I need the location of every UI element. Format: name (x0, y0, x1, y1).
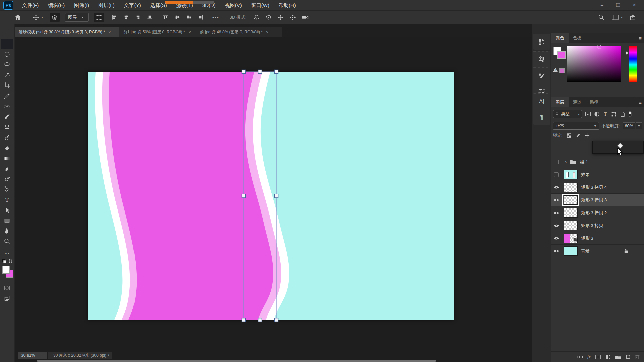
panel-menu-icon[interactable]: ≡ (639, 100, 642, 105)
tab-layers[interactable]: 图层 (551, 97, 569, 107)
minimize-icon[interactable]: – (598, 2, 606, 8)
3d-slide-icon[interactable] (289, 14, 296, 21)
align-top-edges-icon[interactable] (163, 14, 168, 20)
handle-top-left[interactable] (242, 70, 246, 74)
align-bottom-edges-icon[interactable] (186, 14, 192, 20)
rectangle-tool[interactable] (1, 216, 13, 226)
3d-roll-icon[interactable] (265, 14, 272, 21)
adjustment-layer-icon[interactable] (605, 354, 611, 360)
crop-tool[interactable] (1, 80, 13, 90)
add-mask-icon[interactable] (595, 355, 601, 359)
visibility-toggle[interactable] (551, 156, 561, 168)
new-group-icon[interactable] (615, 355, 621, 359)
visibility-toggle[interactable] (551, 245, 561, 257)
align-left-edges-icon[interactable] (112, 14, 117, 20)
path-selection-tool[interactable] (1, 205, 13, 215)
type-tool[interactable]: T (1, 195, 13, 205)
layer-thumbnail-transparent[interactable] (564, 221, 578, 230)
elliptical-marquee-tool[interactable] (1, 49, 13, 59)
visibility-checkbox-empty[interactable] (554, 172, 559, 177)
document-info[interactable]: 30 厘米 x 20.32厘米 (300 ppi) (48, 352, 112, 359)
layer-thumbnail-shape[interactable] (564, 234, 578, 243)
edit-toolbar-button[interactable]: ••• (1, 248, 13, 258)
layer-row-effect[interactable]: 效果 (551, 168, 644, 181)
menu-view[interactable]: 视图(V) (220, 0, 247, 11)
menu-edit[interactable]: 编辑(E) (43, 0, 69, 11)
default-colors-icon[interactable] (2, 259, 6, 263)
tab-swatches[interactable]: 色板 (569, 33, 586, 43)
menu-type[interactable]: 文字(Y) (119, 0, 146, 11)
3d-camera-icon[interactable] (302, 14, 310, 20)
filter-type-layers-icon[interactable]: T (603, 111, 608, 117)
auto-select-target-dropdown[interactable]: 图层▾ (65, 13, 89, 22)
layer-name[interactable]: 矩形 3 拷贝 3 (581, 197, 607, 203)
visibility-toggle[interactable] (551, 194, 561, 206)
handle-top-center[interactable] (258, 70, 262, 74)
close-icon[interactable]: ✕ (631, 2, 638, 8)
3d-pan-icon[interactable] (277, 14, 284, 21)
home-button[interactable] (14, 14, 21, 21)
layer-row-rect3-copy[interactable]: 矩形 3 拷贝 (551, 219, 644, 232)
menu-help[interactable]: 帮助(H) (274, 0, 301, 11)
color-background-swatch[interactable] (557, 51, 566, 59)
gamut-warning-icon[interactable] (553, 68, 558, 72)
quick-selection-tool[interactable] (1, 70, 13, 80)
move-tool-option-icon[interactable]: ▾ (33, 14, 43, 21)
brush-settings-panel-icon[interactable] (533, 68, 550, 83)
eraser-tool[interactable] (1, 143, 13, 153)
layer-filter-search[interactable]: 类型 ▾ (553, 110, 582, 118)
layer-thumbnail-transparent[interactable] (564, 208, 578, 218)
share-icon[interactable] (629, 14, 636, 21)
align-right-edges-icon[interactable] (135, 14, 141, 20)
document-canvas[interactable] (88, 72, 454, 320)
lock-position-icon[interactable] (585, 133, 590, 138)
burn-tool[interactable] (1, 174, 13, 184)
handle-top-right[interactable] (275, 70, 278, 74)
opacity-value[interactable]: 60% (623, 122, 635, 129)
3d-orbit-icon[interactable] (253, 14, 260, 21)
handle-middle-right[interactable] (275, 194, 278, 198)
layer-name[interactable]: 矩形 3 (581, 235, 593, 241)
zoom-level-field[interactable]: 30.81% (18, 352, 47, 359)
handle-bottom-right[interactable] (275, 318, 278, 322)
3d-panel-icon[interactable] (533, 52, 550, 67)
layer-thumbnail-transparent[interactable] (564, 195, 578, 205)
tab-paths[interactable]: 路径 (586, 97, 603, 107)
hand-tool[interactable] (1, 226, 13, 236)
visibility-toggle[interactable] (551, 219, 561, 232)
layer-row-background[interactable]: 背景 (551, 245, 644, 257)
tab-channels[interactable]: 通道 (569, 97, 586, 107)
gamut-color-chip[interactable] (559, 68, 565, 73)
layer-style-fx-icon[interactable]: fx (587, 354, 591, 360)
history-panel-icon[interactable] (533, 34, 550, 50)
filter-toggle[interactable] (628, 111, 632, 117)
paragraph-panel-icon[interactable]: ¶ (533, 109, 550, 125)
restore-icon[interactable]: ❐ (614, 2, 622, 8)
menu-image[interactable]: 图像(I) (69, 0, 94, 11)
layer-name[interactable]: 背景 (581, 248, 590, 254)
group-expander-icon[interactable]: › (565, 159, 567, 165)
layer-name[interactable]: 矩形 3 拷贝 (581, 223, 603, 229)
panel-menu-icon[interactable]: ≡ (639, 35, 642, 41)
layer-name[interactable]: 矩形 3 拷贝 2 (581, 210, 607, 216)
layer-row-rect3-copy2[interactable]: 矩形 3 拷贝 2 (551, 206, 644, 219)
auto-select-toggle[interactable] (50, 13, 60, 22)
patch-tool[interactable] (1, 101, 13, 111)
workspace-icon[interactable] (611, 14, 619, 20)
visibility-toggle[interactable] (551, 181, 561, 193)
gradient-tool[interactable] (1, 153, 13, 163)
chevron-down-icon[interactable]: ▾ (41, 15, 43, 19)
layer-thumbnail-transparent[interactable] (564, 183, 578, 192)
zoom-tool[interactable] (1, 236, 13, 246)
layer-name[interactable]: 效果 (581, 172, 590, 178)
color-picker-ring[interactable] (597, 45, 601, 49)
link-layers-icon[interactable] (577, 355, 583, 359)
history-brush-tool[interactable] (1, 132, 13, 142)
lock-transparency-icon[interactable] (567, 133, 572, 138)
layer-thumbnail-background[interactable] (564, 246, 578, 256)
chevron-down-icon[interactable]: ▾ (621, 15, 623, 19)
align-horizontal-centers-icon[interactable] (123, 14, 129, 20)
close-icon[interactable]: × (266, 29, 269, 35)
tab-document-2[interactable]: 前1.jpg @ 50% (图层 0, RGB/8#) * × (119, 27, 196, 37)
layer-row-rect3-copy4[interactable]: 矩形 3 拷贝 4 (551, 181, 644, 194)
